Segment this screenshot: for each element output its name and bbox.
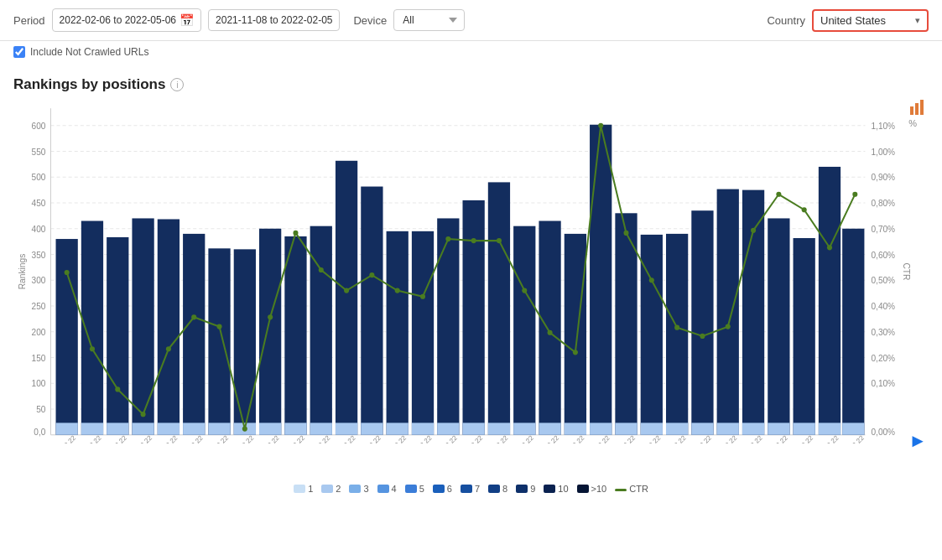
legend-label-9: 9 <box>530 484 535 494</box>
bar-group-21 <box>565 234 586 435</box>
bar-group-22 <box>590 125 612 435</box>
bar-chart-icon[interactable] <box>910 100 927 119</box>
svg-rect-103 <box>819 423 841 434</box>
period1-input[interactable]: 2022-02-06 to 2022-05-06 📅 <box>52 8 201 32</box>
legend-label-10: 10 <box>558 484 568 494</box>
svg-rect-100 <box>794 238 815 435</box>
svg-rect-95 <box>717 423 739 434</box>
legend-color-2 <box>321 485 333 493</box>
svg-text:0,80%: 0,80% <box>872 199 896 208</box>
svg-text:0,50%: 0,50% <box>872 276 896 285</box>
svg-rect-77 <box>488 423 510 434</box>
include-crawled-checkbox[interactable] <box>13 46 25 58</box>
svg-text:200: 200 <box>32 328 46 337</box>
country-select-wrapper[interactable]: United States United Kingdom Canada Aust… <box>812 9 929 32</box>
svg-rect-101 <box>794 423 815 434</box>
legend-label-gt10: >10 <box>591 484 607 494</box>
bar-group-18 <box>488 182 510 434</box>
svg-text:300: 300 <box>32 276 46 285</box>
svg-rect-98 <box>768 218 789 434</box>
svg-rect-55 <box>208 423 230 434</box>
legend-label-5: 5 <box>419 484 424 494</box>
svg-text:550: 550 <box>32 148 46 157</box>
svg-rect-82 <box>565 234 586 435</box>
svg-point-125 <box>548 330 553 335</box>
next-arrow[interactable]: ► <box>908 430 927 452</box>
svg-point-111 <box>191 314 196 319</box>
bar-group-26 <box>691 210 713 435</box>
bar-group-9 <box>259 229 281 435</box>
chart-svg: 600 550 500 450 400 350 300 250 200 150 … <box>13 100 912 443</box>
legend-color-3 <box>349 485 361 493</box>
svg-point-112 <box>216 324 221 329</box>
svg-rect-64 <box>336 161 357 435</box>
svg-rect-59 <box>259 423 281 434</box>
svg-text:CTR: CTR <box>902 262 911 280</box>
svg-text:250: 250 <box>32 302 46 311</box>
svg-rect-74 <box>463 200 485 435</box>
svg-text:0,60%: 0,60% <box>872 251 896 260</box>
legend-color-4 <box>377 485 389 493</box>
svg-rect-43 <box>56 423 78 434</box>
legend-color-8 <box>488 485 500 493</box>
info-icon[interactable]: i <box>170 78 184 91</box>
svg-rect-60 <box>284 236 306 435</box>
country-select[interactable]: United States United Kingdom Canada Aust… <box>820 14 912 27</box>
legend-item-5: 5 <box>405 484 424 494</box>
chart-legend: 1 2 3 4 5 6 7 8 <box>13 484 929 500</box>
legend-color-9 <box>516 485 528 493</box>
svg-text:350: 350 <box>32 251 46 260</box>
legend-label-6: 6 <box>447 484 452 494</box>
bar-group-4 <box>132 218 154 434</box>
svg-rect-49 <box>132 423 154 434</box>
svg-text:150: 150 <box>32 354 46 363</box>
legend-item-4: 4 <box>377 484 397 494</box>
svg-point-132 <box>726 324 731 329</box>
svg-rect-58 <box>259 229 281 435</box>
svg-rect-42 <box>56 239 78 435</box>
svg-text:500: 500 <box>32 173 46 182</box>
svg-text:Rankings: Rankings <box>18 254 27 290</box>
svg-rect-46 <box>107 237 128 435</box>
svg-rect-53 <box>183 423 205 434</box>
svg-rect-68 <box>387 231 409 435</box>
svg-rect-48 <box>132 218 154 434</box>
legend-item-3: 3 <box>349 484 368 494</box>
svg-rect-78 <box>513 226 535 435</box>
svg-rect-45 <box>81 423 103 434</box>
period2-input[interactable]: 2021-11-08 to 2022-02-05 <box>208 9 340 31</box>
device-select[interactable]: All Desktop Mobile Tablet <box>393 9 465 31</box>
chart-container: % 600 550 500 450 400 350 300 250 2 <box>13 100 929 477</box>
svg-rect-96 <box>742 190 764 435</box>
svg-point-107 <box>90 346 95 351</box>
svg-rect-80 <box>539 221 560 435</box>
svg-point-106 <box>65 270 70 275</box>
svg-rect-61 <box>284 423 306 434</box>
bar-group-27 <box>717 189 739 435</box>
include-crawled-label[interactable]: Include Not Crawled URLs <box>30 46 148 58</box>
svg-rect-91 <box>666 423 688 434</box>
bar-group-16 <box>437 218 459 434</box>
bar-group-31 <box>819 167 841 435</box>
svg-point-116 <box>319 267 324 272</box>
country-chevron-icon: ▾ <box>915 15 920 26</box>
legend-item-6: 6 <box>433 484 452 494</box>
svg-point-109 <box>141 412 146 417</box>
legend-item-9: 9 <box>516 484 535 494</box>
svg-point-115 <box>293 231 298 236</box>
svg-rect-50 <box>158 219 180 434</box>
svg-rect-85 <box>590 423 612 434</box>
svg-rect-51 <box>158 423 180 434</box>
svg-point-133 <box>751 228 756 233</box>
legend-item-gt10: >10 <box>577 484 607 494</box>
svg-rect-81 <box>539 423 560 434</box>
bar-group-6 <box>183 234 205 435</box>
svg-point-135 <box>802 207 807 212</box>
legend-item-1: 1 <box>294 484 313 494</box>
bar-group-8 <box>234 249 256 434</box>
svg-point-113 <box>242 427 247 432</box>
legend-label-4: 4 <box>392 484 397 494</box>
svg-text:400: 400 <box>32 225 46 234</box>
svg-rect-87 <box>615 423 637 434</box>
bar-group-32 <box>842 229 864 435</box>
